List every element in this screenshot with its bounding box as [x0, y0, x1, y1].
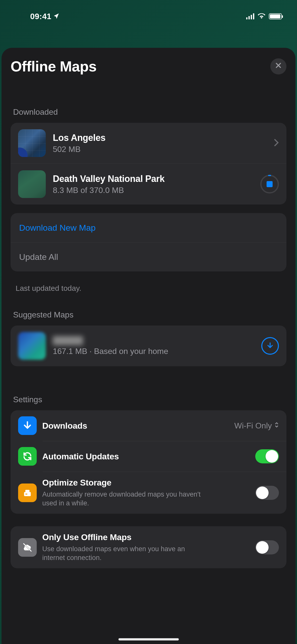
- map-size: 502 MB: [53, 145, 267, 154]
- settings-group-1: Downloads Wi-Fi Only Automatic Updates O…: [11, 410, 286, 514]
- chevron-right-icon: [274, 139, 279, 147]
- download-arrow-icon: [266, 342, 274, 350]
- refresh-icon: [18, 447, 37, 466]
- optimize-storage-row[interactable]: Optimize Storage Automatically remove do…: [11, 472, 286, 514]
- map-title-redacted: [53, 336, 83, 345]
- settings-section-header: Settings: [11, 395, 286, 404]
- offline-maps-sheet: Offline Maps Downloaded Los Angeles 502 …: [2, 48, 295, 644]
- downloads-value: Wi-Fi Only: [234, 421, 272, 430]
- battery-icon: [269, 13, 282, 19]
- map-suggestion-subtitle: 167.1 MB · Based on your home: [53, 347, 254, 356]
- map-thumbnail: [18, 129, 46, 157]
- stop-icon: [267, 181, 273, 187]
- automatic-updates-toggle[interactable]: [255, 449, 279, 463]
- optimize-storage-toggle[interactable]: [255, 486, 279, 500]
- optimize-storage-label: Optimize Storage: [42, 478, 250, 488]
- suggested-maps-group: 167.1 MB · Based on your home: [11, 326, 286, 366]
- map-download-progress: 8.3 MB of 370.0 MB: [53, 186, 253, 195]
- update-all-label: Update All: [19, 252, 58, 262]
- downloaded-map-row[interactable]: Los Angeles 502 MB: [11, 123, 286, 164]
- downloaded-map-row[interactable]: Death Valley National Park 8.3 MB of 370…: [11, 164, 286, 205]
- map-thumbnail: [18, 170, 46, 198]
- close-button[interactable]: [270, 58, 286, 74]
- home-indicator[interactable]: [118, 638, 179, 640]
- wifi-icon: [258, 13, 265, 20]
- cellular-signal-icon: [246, 13, 254, 19]
- storage-icon: [18, 484, 37, 502]
- download-new-map-label: Download New Map: [19, 223, 96, 233]
- download-new-map-button[interactable]: Download New Map: [11, 213, 286, 242]
- only-offline-maps-toggle[interactable]: [255, 540, 279, 554]
- svg-rect-2: [25, 494, 27, 494]
- optimize-storage-desc: Automatically remove downloaded maps you…: [42, 490, 203, 508]
- suggested-section-header: Suggested Maps: [11, 310, 286, 319]
- map-thumbnail: [18, 332, 46, 360]
- location-arrow-icon: [53, 13, 60, 20]
- settings-group-2: Only Use Offline Maps Use downloaded map…: [11, 526, 286, 568]
- only-offline-maps-label: Only Use Offline Maps: [42, 532, 250, 542]
- downloads-setting-row[interactable]: Downloads Wi-Fi Only: [11, 410, 286, 441]
- suggested-map-row[interactable]: 167.1 MB · Based on your home: [11, 326, 286, 366]
- close-icon: [275, 62, 282, 71]
- last-updated-note: Last updated today.: [11, 280, 286, 310]
- download-button[interactable]: [261, 337, 279, 355]
- stop-download-button[interactable]: [260, 175, 279, 193]
- downloaded-section-header: Downloaded: [11, 107, 286, 117]
- only-offline-maps-row[interactable]: Only Use Offline Maps Use downloaded map…: [11, 526, 286, 568]
- automatic-updates-row[interactable]: Automatic Updates: [11, 441, 286, 472]
- only-offline-maps-desc: Use downloaded maps even when you have a…: [42, 545, 203, 562]
- cloud-slash-icon: [18, 538, 37, 557]
- automatic-updates-label: Automatic Updates: [42, 452, 250, 461]
- downloads-icon: [18, 416, 37, 435]
- page-title: Offline Maps: [11, 58, 97, 75]
- downloaded-actions-group: Download New Map Update All: [11, 213, 286, 271]
- downloaded-maps-group: Los Angeles 502 MB Death Valley National…: [11, 123, 286, 205]
- status-time: 09:41: [30, 12, 51, 21]
- up-down-chevron-icon: [274, 421, 279, 430]
- map-title: Death Valley National Park: [53, 174, 253, 184]
- update-all-button[interactable]: Update All: [11, 242, 286, 271]
- downloads-label: Downloads: [42, 421, 229, 431]
- status-bar: 09:41: [0, 0, 297, 33]
- svg-rect-1: [25, 490, 30, 492]
- map-title: Los Angeles: [53, 133, 267, 143]
